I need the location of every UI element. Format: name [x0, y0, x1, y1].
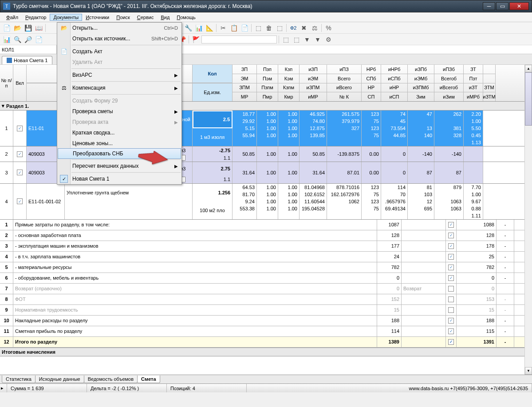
document-tab[interactable]: Новая Смета 1 [2, 56, 52, 64]
summary-row[interactable]: 11Сметная прибыль по разделу114✓115- [0, 326, 532, 337]
menu-item[interactable]: Открыть как источник...Shift+Ctrl+D [57, 33, 181, 44]
row-checkbox[interactable]: ✓ [17, 170, 23, 175]
summary-checkbox[interactable]: ✓ [448, 254, 454, 260]
hdr-col[interactable]: иЗПиЭМиЗПМиМР [299, 65, 327, 101]
menu-item[interactable]: Краткая сводка... [57, 127, 181, 138]
hdr-vkl[interactable]: Вкл [13, 65, 27, 101]
bottom-tab[interactable]: Смета [137, 375, 160, 383]
hdr-col[interactable]: КзпКэмКзпмКмр [278, 65, 299, 101]
minimize-button[interactable]: ─ [483, 2, 495, 10]
menu-item[interactable]: 📄Создать Акт [57, 46, 181, 57]
summary-row[interactable]: 2- основная заработная плата128✓128- [0, 230, 532, 241]
bottom-tab[interactable]: Исходные данные [35, 375, 84, 383]
menu-item[interactable]: 📂Открыть...Ctrl+D [57, 23, 181, 33]
close-button[interactable]: ✕ [509, 2, 529, 10]
tb-new-icon[interactable]: 📄 [2, 23, 12, 33]
namebox[interactable]: КОЛ1 [0, 45, 57, 54]
tb-icon[interactable]: ⬚ [253, 23, 263, 33]
scroll-down-icon[interactable]: ▼ [525, 367, 532, 375]
tb-phi2[interactable]: Ф2 [288, 25, 298, 31]
menu-сервис[interactable]: Сервис [134, 14, 158, 21]
tb-cut-icon[interactable]: ✂ [218, 23, 228, 33]
menu-item[interactable]: Ценовые зоны... [57, 138, 181, 149]
bottom-tab[interactable]: Статистика [2, 375, 35, 383]
tb-combo[interactable] [201, 36, 277, 43]
summary-row[interactable]: 12Итого по разделу1389✓1391- [0, 337, 532, 348]
tb-copy-icon[interactable]: 📋 [229, 23, 239, 33]
summary-checkbox[interactable]: ✓ [448, 243, 454, 249]
summary-row[interactable]: 3- эксплуатация машин и механизмов177✓17… [0, 241, 532, 252]
tb-delete-icon[interactable]: 🗑 [264, 23, 274, 33]
hdr-col[interactable]: иПЗбВсегобиВсегобиЗим [434, 65, 464, 101]
menu-вид[interactable]: Вид [157, 14, 173, 21]
hdr-col[interactable]: НРбСПбНРСП [362, 65, 381, 101]
summary-checkbox[interactable]: ✓ [448, 339, 454, 345]
menu-item[interactable]: ✓Новая Смета 1 [57, 174, 181, 184]
tb-icon[interactable]: ⚙ [323, 35, 333, 44]
tb-flag-icon[interactable]: 🚩 [191, 35, 201, 44]
summary-row[interactable]: 1Прямые затраты по разделу, в том числе:… [0, 220, 532, 230]
tb-book-icon[interactable]: 📖 [34, 23, 43, 33]
maximize-button[interactable]: ▭ [496, 2, 508, 10]
row-checkbox[interactable]: ✓ [17, 198, 23, 204]
menu-item[interactable]: Преобразовать СНБ [58, 148, 181, 159]
tb-icon[interactable]: 📄 [34, 35, 43, 44]
scroll-up-icon[interactable]: ▲ [525, 65, 532, 72]
menu-item[interactable]: Проверка сметы▶ [57, 106, 181, 117]
tb-icon[interactable]: 📐 [205, 23, 214, 33]
menu-item[interactable]: ⚖Компенсация▶ [57, 83, 181, 93]
tb-save-icon[interactable]: 💾 [23, 23, 33, 33]
summary-checkbox[interactable]: ✓ [448, 233, 454, 238]
tb-icon[interactable]: 🔎 [23, 35, 33, 44]
vertical-scrollbar[interactable]: ▲ ▼ [524, 65, 532, 375]
tb-icon[interactable]: ⬚ [281, 35, 291, 44]
tb-open-icon[interactable]: 📂 [12, 23, 22, 33]
hdr-col[interactable]: ЗПЭМЗПММР [233, 65, 257, 101]
hdr-col[interactable]: ЗТМиЗТМ [483, 65, 496, 101]
tb-search-icon[interactable]: 🔍 [12, 35, 22, 44]
summary-row[interactable]: 5- материальные ресурсы782✓782- [0, 262, 532, 273]
hdr-kol[interactable]: Кол Ед.изм. [193, 65, 233, 101]
tb-icon[interactable]: 📊 [2, 35, 12, 44]
data-row[interactable]: 4✓Е11-01-001-02Уплотнение грунта щебнем1… [0, 184, 532, 220]
hdr-col[interactable]: иПЗВсегоиВсего№ К [327, 65, 362, 101]
menu-файл[interactable]: Файл [3, 14, 22, 21]
menu-item[interactable]: ВизАРС▶ [57, 70, 181, 80]
summary-checkbox[interactable]: ✓ [448, 275, 454, 281]
summary-checkbox[interactable]: ✓ [448, 318, 454, 324]
summary-row[interactable]: 10Накладные расходы по разделу188✓188- [0, 316, 532, 326]
hdr-col[interactable]: иНРбиСПбиНРиСП [381, 65, 408, 101]
summary-checkbox[interactable]: ✓ [448, 328, 454, 334]
tb-filter-icon[interactable]: ▼ [302, 35, 312, 44]
tb-icon[interactable]: ⬚ [275, 23, 284, 33]
tb-paste-icon[interactable]: 📄 [240, 23, 249, 33]
summary-checkbox[interactable] [448, 286, 454, 292]
row-checkbox[interactable]: ✓ [17, 126, 23, 131]
summary-row[interactable]: 6- оборудование, мебель и инвентарь0✓0- [0, 273, 532, 284]
hdr-col[interactable]: ЗТПзтиЗТиМРб [464, 65, 483, 101]
tb-icon[interactable]: ✖ [299, 23, 309, 33]
menu-редактор[interactable]: Редактор [22, 14, 50, 21]
bottom-tab[interactable]: Ведомость объемов [84, 375, 138, 383]
summary-row[interactable]: 9Нормативная трудоемкость1515- [0, 305, 532, 316]
tb-icon[interactable]: 🔧 [183, 23, 193, 33]
row-checkbox[interactable]: ✓ [17, 151, 23, 157]
menu-документы[interactable]: Документы [50, 14, 82, 21]
summary-checkbox[interactable]: ✓ [448, 265, 454, 270]
summary-row[interactable]: 4 - в т.ч. зарплата машинистов24✓25- [0, 252, 532, 262]
menu-помощь[interactable]: Помощь [173, 14, 199, 21]
menu-item[interactable]: Пересчет внешних данных▶ [57, 161, 181, 171]
tb-icon[interactable]: ▼ [313, 35, 323, 44]
tb-balance-icon[interactable]: ⚖ [310, 23, 319, 33]
summary-checkbox[interactable]: ✓ [448, 222, 454, 228]
scroll-thumb[interactable] [525, 72, 532, 126]
tb-percent-icon[interactable]: % [323, 23, 333, 33]
summary-checkbox[interactable] [448, 296, 454, 302]
menu-источники[interactable]: Источники [82, 14, 113, 21]
tb-icon[interactable]: 📊 [194, 23, 204, 33]
summary-row[interactable]: 8ФОТ152153- [0, 294, 532, 305]
menu-поиск[interactable]: Поиск [113, 14, 133, 21]
hdr-col[interactable]: иЗПбиЭМбиЗПМбЗим [408, 65, 434, 101]
summary-checkbox[interactable] [448, 307, 454, 313]
summary-row[interactable]: 7Возврат (справочно)0Возврат0 [0, 284, 532, 294]
